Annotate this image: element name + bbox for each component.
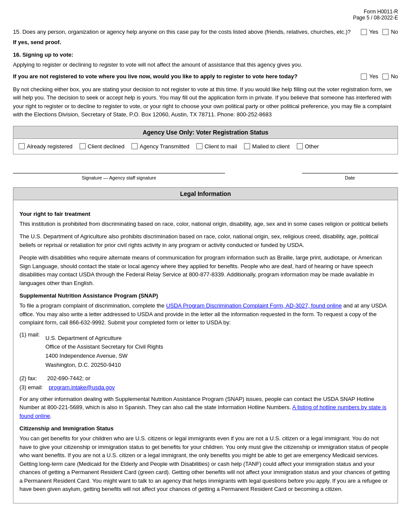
agency-transmitted[interactable]: Agency Transmitted bbox=[132, 143, 189, 150]
question-16-bold-question: If you are not registered to vote where … bbox=[13, 72, 298, 81]
agency-other-checkbox[interactable] bbox=[297, 143, 303, 149]
legal-header: Legal Information bbox=[13, 188, 398, 200]
agency-already-registered[interactable]: Already registered bbox=[19, 143, 73, 150]
mail-label: (1) mail: bbox=[19, 331, 45, 372]
signature-label: Signature — Agency staff signature bbox=[13, 175, 225, 180]
agency-client-declined-checkbox[interactable] bbox=[80, 143, 86, 149]
email-row: (3) email: program.intake@usda.gov bbox=[19, 384, 392, 391]
question-16-no[interactable]: No bbox=[382, 73, 398, 80]
question-15-text: 15. Does any person, organization or age… bbox=[13, 28, 361, 36]
mail-line-4: Washington, D.C. 20250-9410 bbox=[45, 361, 163, 370]
fax-row: (2) fax: 202-690-7442; or bbox=[19, 375, 392, 381]
fair-treatment-para1: This institution is prohibited from disc… bbox=[19, 220, 392, 228]
agency-client-declined[interactable]: Client declined bbox=[80, 143, 125, 150]
snap-intro: To file a program complaint of discrimin… bbox=[19, 301, 392, 327]
agency-client-to-mail-checkbox[interactable] bbox=[196, 143, 202, 149]
agency-client-to-mail-label: Client to mail bbox=[205, 143, 237, 150]
snap-intro-start: To file a program complaint of discrimin… bbox=[19, 302, 166, 309]
mail-line-1: U.S. Department of Agriculture bbox=[45, 334, 163, 343]
mail-address: U.S. Department of Agriculture Office of… bbox=[45, 334, 163, 370]
snap-title: Supplemental Nutrition Assistance Progra… bbox=[19, 292, 392, 299]
question-16-yes[interactable]: Yes bbox=[361, 73, 378, 80]
form-header: Form H0011-R Page 5 / 08-2022-E bbox=[13, 9, 398, 21]
agency-use-header: Agency Use Only: Voter Registration Stat… bbox=[13, 126, 398, 139]
question-16-title: 16. Signing up to vote: bbox=[13, 51, 398, 58]
question-15-no-label: No bbox=[391, 29, 398, 35]
question-16-no-label: No bbox=[391, 73, 398, 80]
email-link[interactable]: program.intake@usda.gov bbox=[49, 384, 115, 391]
page-info: Page 5 / 08-2022-E bbox=[13, 15, 398, 21]
agency-already-registered-checkbox[interactable] bbox=[19, 143, 25, 149]
fair-treatment-para2: The U.S. Department of Agriculture also … bbox=[19, 232, 392, 249]
snap-link[interactable]: USDA Program Discrimination Complaint Fo… bbox=[166, 302, 342, 309]
agency-use-body: Already registered Client declined Agenc… bbox=[13, 139, 398, 154]
email-link-container: program.intake@usda.gov bbox=[47, 384, 115, 391]
agency-mailed-to-client[interactable]: Mailed to client bbox=[244, 143, 290, 150]
question-16-yes-checkbox[interactable] bbox=[361, 74, 367, 80]
fax-text: 202-690-7442; or bbox=[47, 375, 90, 381]
mail-row: (1) mail: U.S. Department of Agriculture… bbox=[19, 331, 392, 372]
signature-line bbox=[13, 165, 225, 173]
question-15-yes-label: Yes bbox=[369, 29, 378, 35]
question-15: 15. Does any person, organization or age… bbox=[13, 28, 398, 45]
question-15-yes-checkbox[interactable] bbox=[361, 29, 367, 35]
agency-mailed-to-client-checkbox[interactable] bbox=[244, 143, 250, 149]
agency-transmitted-checkbox[interactable] bbox=[132, 143, 138, 149]
signature-row: Signature — Agency staff signature Date bbox=[13, 165, 398, 180]
agency-other[interactable]: Other bbox=[297, 143, 319, 150]
question-15-note: If yes, send proof. bbox=[13, 39, 398, 45]
hotline-text: For any other information dealing with S… bbox=[19, 395, 392, 420]
email-label: (3) email: bbox=[19, 384, 45, 391]
date-label: Date bbox=[302, 175, 398, 180]
question-16-yes-label: Yes bbox=[369, 73, 378, 80]
agency-already-registered-label: Already registered bbox=[27, 143, 73, 150]
legal-box: Legal Information Your right to fair tre… bbox=[13, 187, 398, 503]
agency-transmitted-label: Agency Transmitted bbox=[140, 143, 189, 150]
fair-treatment-para3: People with disabilities who require alt… bbox=[19, 253, 392, 287]
date-block: Date bbox=[302, 165, 398, 180]
question-16-yes-no: Yes No bbox=[352, 72, 398, 80]
form-number: Form H0011-R bbox=[13, 9, 398, 15]
question-16: 16. Signing up to vote: Applying to regi… bbox=[13, 51, 398, 119]
question-15-no-checkbox[interactable] bbox=[382, 29, 389, 35]
question-16-intro: Applying to register or declining to reg… bbox=[13, 61, 398, 69]
question-16-body: By not checking either box, you are stat… bbox=[13, 85, 398, 119]
agency-mailed-to-client-label: Mailed to client bbox=[252, 143, 290, 150]
mail-line-2: Office of the Assistant Secretary for Ci… bbox=[45, 343, 163, 352]
mail-line-3: 1400 Independence Avenue, SW bbox=[45, 352, 163, 361]
agency-other-label: Other bbox=[305, 143, 319, 150]
date-line bbox=[302, 165, 398, 173]
agency-client-declined-label: Client declined bbox=[88, 143, 125, 150]
legal-body: Your right to fair treatment This instit… bbox=[13, 200, 398, 503]
question-15-yes-no: Yes No bbox=[361, 28, 398, 35]
question-15-no[interactable]: No bbox=[382, 29, 398, 35]
hotline-end: . bbox=[50, 413, 52, 419]
citizenship-title: Citizenship and Immigration Status bbox=[19, 425, 392, 432]
question-15-yes[interactable]: Yes bbox=[361, 29, 378, 35]
agency-client-to-mail[interactable]: Client to mail bbox=[196, 143, 237, 150]
fax-label: (2) fax: bbox=[19, 375, 45, 381]
citizenship-body: You can get benefits for your children w… bbox=[19, 434, 392, 494]
signature-block: Signature — Agency staff signature bbox=[13, 165, 225, 180]
fair-treatment-title: Your right to fair treatment bbox=[19, 211, 392, 217]
question-16-no-checkbox[interactable] bbox=[382, 74, 389, 80]
agency-use-box: Agency Use Only: Voter Registration Stat… bbox=[13, 126, 398, 154]
